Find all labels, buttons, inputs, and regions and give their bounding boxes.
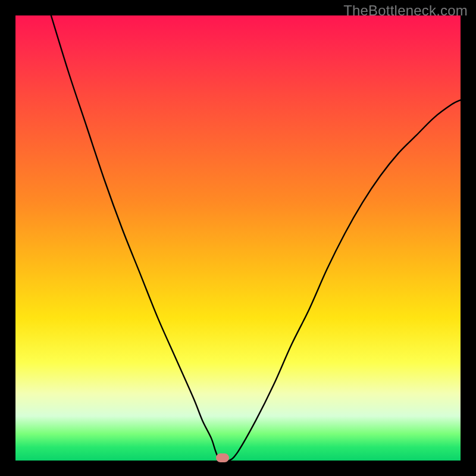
plot-area	[15, 15, 461, 461]
optimal-point-marker	[216, 453, 229, 462]
chart-frame: TheBottleneck.com	[0, 0, 476, 476]
bottleneck-curve	[51, 15, 461, 461]
bottleneck-curve-svg	[15, 15, 461, 461]
